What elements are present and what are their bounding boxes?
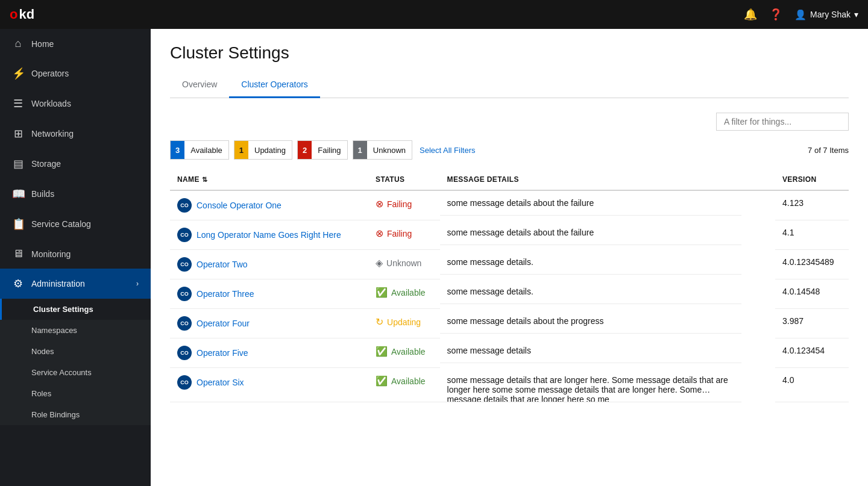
user-menu[interactable]: 👤 Mary Shak ▾: [794, 9, 858, 20]
nav-icon-monitoring: 🖥: [12, 248, 24, 260]
filter-input[interactable]: [716, 113, 849, 131]
cell-status-operator-six: ✅ Available: [368, 368, 440, 402]
cell-name-console-operator-one: CO Console Operator One: [170, 190, 368, 220]
sidebar-subitem-nodes[interactable]: Nodes: [0, 341, 151, 362]
nav-icon-networking: ⊞: [12, 127, 24, 140]
available-icon: ✅: [376, 287, 388, 298]
cell-message-operator-five: some message details: [440, 338, 741, 363]
cell-version-operator-four: 3.987: [775, 309, 849, 338]
sidebar-subitem-service-accounts[interactable]: Service Accounts: [0, 362, 151, 383]
chip-available[interactable]: 3 Available: [170, 140, 229, 160]
cell-version-operator-six: 4.0: [775, 368, 849, 402]
nav-label-storage: Storage: [31, 159, 139, 169]
chip-updating[interactable]: 1 Updating: [234, 140, 292, 160]
nav-icon-operators: ⚡: [12, 67, 24, 80]
cell-version-operator-five: 4.0.123454: [775, 338, 849, 368]
nav-icon-home: ⌂: [12, 37, 24, 50]
cell-version-operator-two: 4.0.12345489: [775, 250, 849, 279]
cell-name-operator-three: CO Operator Three: [170, 279, 368, 309]
chip-label-available: Available: [184, 141, 228, 159]
nav-label-home: Home: [31, 39, 139, 49]
status-label-operator-three: Available: [391, 288, 426, 298]
chip-count-failing: 2: [298, 141, 312, 159]
cell-name-operator-six: CO Operator Six: [170, 368, 368, 402]
chip-unknown[interactable]: 1 Unknown: [353, 140, 412, 160]
co-badge-operator-six: CO: [177, 375, 192, 390]
status-label-operator-two: Unknown: [386, 258, 421, 268]
sidebar-item-storage[interactable]: ▤ Storage: [0, 149, 151, 179]
operator-link-operator-four[interactable]: Operator Four: [197, 319, 250, 328]
operator-link-console-operator-one[interactable]: Console Operator One: [197, 201, 281, 210]
table-row: CO Long Operator Name Goes Right Here ⊗ …: [170, 220, 849, 250]
cell-message-operator-three: some message details.: [440, 279, 741, 304]
available-icon: ✅: [376, 375, 388, 387]
filter-bar: [170, 113, 849, 131]
nav-label-builds: Builds: [31, 189, 139, 199]
nav-label-networking: Networking: [31, 129, 139, 139]
help-icon[interactable]: ❓: [769, 8, 782, 21]
status-label-console-operator-one: Failing: [387, 199, 412, 209]
nav-label-monitoring: Monitoring: [31, 249, 139, 259]
sidebar-item-builds[interactable]: 📖 Builds: [0, 179, 151, 209]
chip-label-unknown: Unknown: [367, 141, 412, 159]
sidebar-item-networking[interactable]: ⊞ Networking: [0, 119, 151, 149]
operator-link-operator-two[interactable]: Operator Two: [197, 260, 248, 269]
operator-link-operator-five[interactable]: Operator Five: [197, 348, 248, 358]
sidebar-item-home[interactable]: ⌂ Home: [0, 29, 151, 58]
sidebar-item-workloads[interactable]: ☰ Workloads: [0, 89, 151, 119]
tab-overview[interactable]: Overview: [170, 72, 229, 98]
cell-message-operator-two: some message details.: [440, 250, 741, 275]
cell-message-long-operator-name: some message details about the failure: [440, 220, 741, 245]
sidebar-item-operators[interactable]: ⚡ Operators: [0, 58, 151, 89]
sidebar-item-service-catalog[interactable]: 📋 Service Catalog: [0, 209, 151, 239]
main-content: Cluster Settings OverviewCluster Operato…: [151, 29, 868, 486]
chip-count-unknown: 1: [353, 141, 367, 159]
cell-status-operator-three: ✅ Available: [368, 279, 440, 309]
updating-icon: ↻: [376, 316, 383, 328]
table-row: CO Operator Four ↻ Updating some message…: [170, 309, 849, 338]
table-row: CO Operator Six ✅ Available some message…: [170, 368, 849, 402]
co-badge-operator-four: CO: [177, 316, 192, 331]
cell-status-operator-two: ◈ Unknown: [368, 250, 440, 279]
sidebar-subitem-namespaces[interactable]: Namespaces: [0, 320, 151, 341]
table-row: CO Operator Five ✅ Available some messag…: [170, 338, 849, 368]
status-label-operator-five: Available: [391, 347, 426, 357]
sidebar-item-monitoring[interactable]: 🖥 Monitoring: [0, 239, 151, 269]
nav-icon-service-catalog: 📋: [12, 217, 24, 231]
cell-name-operator-two: CO Operator Two: [170, 250, 368, 279]
notifications-icon[interactable]: 🔔: [744, 8, 757, 21]
user-avatar-icon: 👤: [794, 9, 807, 20]
select-all-filters-link[interactable]: Select All Filters: [417, 146, 477, 155]
co-badge-long-operator-name: CO: [177, 228, 192, 242]
operator-link-operator-three[interactable]: Operator Three: [197, 289, 254, 299]
cell-version-long-operator-name: 4.1: [775, 220, 849, 250]
sidebar-subitem-role-bindings[interactable]: Role Bindings: [0, 404, 151, 425]
operator-link-operator-six[interactable]: Operator Six: [197, 378, 244, 387]
th-message-details: MESSAGE DETAILS: [440, 169, 775, 190]
table-header-row: NAME ⇅ STATUS MESSAGE DETAILS VERSION: [170, 169, 849, 190]
chip-failing[interactable]: 2 Failing: [297, 140, 348, 160]
tab-cluster-operators[interactable]: Cluster Operators: [229, 72, 319, 98]
cell-name-operator-four: CO Operator Four: [170, 309, 368, 338]
user-dropdown-icon: ▾: [854, 10, 858, 19]
co-badge-operator-five: CO: [177, 346, 192, 360]
th-name[interactable]: NAME ⇅: [170, 169, 368, 190]
sidebar-item-administration[interactable]: ⚙ Administration ›: [0, 269, 151, 299]
status-label-operator-four: Updating: [387, 317, 421, 327]
operator-link-long-operator-name[interactable]: Long Operator Name Goes Right Here: [197, 230, 341, 240]
okd-logo[interactable]: okd: [10, 7, 34, 22]
items-count: 7 of 7 Items: [808, 146, 849, 155]
cell-version-console-operator-one: 4.123: [775, 190, 849, 220]
topbar-left: okd: [10, 7, 34, 22]
logo-kd: kd: [19, 7, 34, 22]
nav-icon-storage: ▤: [12, 157, 24, 170]
sidebar-subitem-cluster-settings[interactable]: Cluster Settings: [0, 299, 151, 320]
co-badge-operator-two: CO: [177, 257, 192, 272]
cell-message-operator-six: some message details that are longer her…: [440, 368, 741, 402]
sidebar-subitem-roles[interactable]: Roles: [0, 383, 151, 404]
logo-o: o: [10, 7, 17, 22]
filter-chips: 3 Available 1 Updating 2 Failing 1 Unkno…: [170, 140, 849, 160]
table-row: CO Operator Three ✅ Available some messa…: [170, 279, 849, 309]
cell-name-long-operator-name: CO Long Operator Name Goes Right Here: [170, 220, 368, 250]
cell-message-console-operator-one: some message details about the failure: [440, 191, 741, 216]
